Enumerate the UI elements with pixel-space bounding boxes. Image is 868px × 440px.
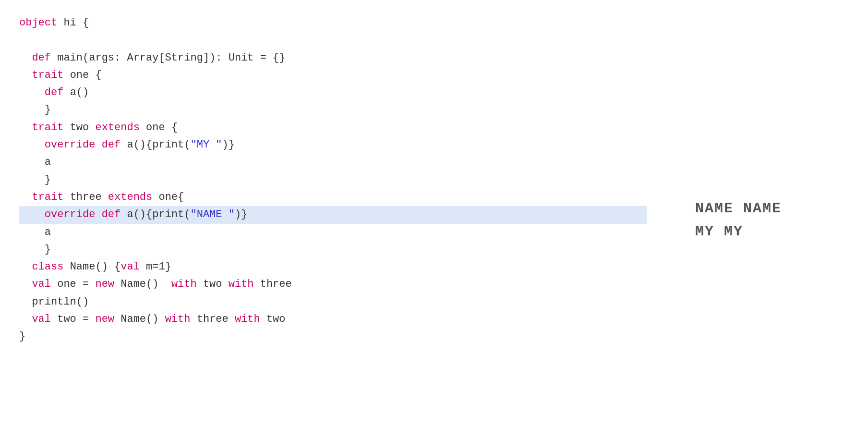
code-line-line19: } (19, 328, 647, 345)
code-line-line17: println() (19, 293, 647, 311)
code-line-line11: trait three extends one{ (19, 189, 647, 206)
code-line-line9: a (19, 154, 647, 171)
code-line-line12: override def a(){print("NAME ")} (19, 206, 647, 223)
output-text: NAME NAMEMY MY (695, 197, 782, 243)
code-line-line18: val two = new Name() with three with two (19, 311, 647, 328)
code-line-line10: } (19, 171, 647, 189)
output-panel: NAME NAMEMY MY (666, 0, 868, 440)
code-line-line7: trait two extends one { (19, 119, 647, 136)
code-line-line3: def main(args: Array[String]): Unit = {} (19, 49, 647, 67)
code-line-line2 (19, 32, 647, 49)
code-line-line8: override def a(){print("MY ")} (19, 136, 647, 154)
code-line-line6: } (19, 101, 647, 119)
output-line: MY MY (695, 220, 782, 243)
code-line-line15: class Name() {val m=1} (19, 258, 647, 276)
code-line-line13: a (19, 224, 647, 241)
code-line-line5: def a() (19, 84, 647, 101)
output-line: NAME NAME (695, 197, 782, 220)
code-line-line4: trait one { (19, 67, 647, 84)
code-editor: object hi { def main(args: Array[String]… (0, 0, 666, 440)
code-line-line1: object hi { (19, 14, 647, 32)
code-line-line16: val one = new Name() with two with three (19, 276, 647, 293)
code-line-line14: } (19, 241, 647, 258)
code-block: object hi { def main(args: Array[String]… (19, 14, 647, 346)
